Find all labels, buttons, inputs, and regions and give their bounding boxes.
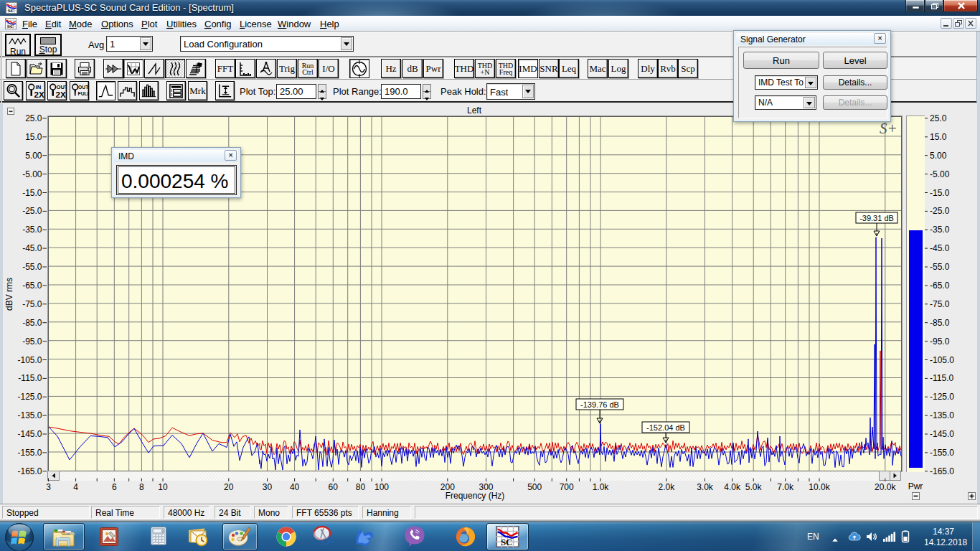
svg-text:-5.00: -5.00 — [22, 169, 42, 179]
svg-text:-95.0: -95.0 — [930, 336, 950, 347]
svg-text:-65.0: -65.0 — [22, 281, 42, 291]
svg-text:10.0k: 10.0k — [809, 482, 830, 492]
svg-text:6: 6 — [112, 482, 117, 492]
svg-text:-25.0: -25.0 — [930, 206, 950, 216]
svg-text:3.0k: 3.0k — [697, 482, 714, 492]
svg-text:3: 3 — [46, 482, 51, 492]
svg-text:Frequency (Hz): Frequency (Hz) — [446, 491, 505, 501]
svg-text:-139.76 dB: -139.76 dB — [580, 400, 619, 409]
svg-text:7.0k: 7.0k — [777, 482, 794, 492]
svg-text:4.0k: 4.0k — [724, 482, 741, 492]
svg-text:-95.0: -95.0 — [22, 336, 42, 347]
svg-text:-135.0: -135.0 — [930, 410, 954, 420]
svg-text:-135.0: -135.0 — [17, 410, 42, 420]
svg-text:2.0k: 2.0k — [658, 482, 675, 492]
svg-text:S+: S+ — [880, 120, 897, 137]
svg-text:25.0: 25.0 — [25, 113, 42, 123]
svg-text:-145.0: -145.0 — [930, 429, 954, 439]
svg-text:-145.0: -145.0 — [17, 429, 42, 439]
svg-text:SC: SC — [8, 8, 14, 14]
svg-text:8: 8 — [139, 482, 144, 492]
svg-text:2X: 2X — [56, 90, 66, 98]
svg-text:-15.0: -15.0 — [22, 188, 42, 198]
svg-text:-45.0: -45.0 — [930, 243, 950, 253]
svg-text:80: 80 — [356, 482, 366, 492]
svg-text:-55.0: -55.0 — [930, 262, 950, 272]
svg-text:OUT: OUT — [78, 84, 88, 89]
svg-text:-115.0: -115.0 — [18, 373, 42, 383]
svg-text:5.00: 5.00 — [930, 151, 947, 161]
svg-text:-105.0: -105.0 — [17, 355, 42, 365]
svg-text:-35.0: -35.0 — [930, 225, 950, 235]
svg-text:SC: SC — [7, 24, 14, 29]
svg-text:-39.31 dB: -39.31 dB — [859, 214, 894, 222]
svg-text:-155.0: -155.0 — [930, 448, 954, 458]
svg-text:0: 0 — [161, 529, 164, 534]
svg-text:10: 10 — [158, 482, 168, 492]
svg-text:-75.0: -75.0 — [930, 299, 950, 309]
svg-text:100: 100 — [374, 482, 389, 492]
svg-text:dBV rms: dBV rms — [4, 278, 14, 311]
svg-text:700: 700 — [560, 482, 574, 492]
svg-text:-75.0: -75.0 — [22, 299, 42, 309]
svg-text:40: 40 — [290, 482, 300, 492]
svg-text:-65.0: -65.0 — [930, 281, 950, 291]
svg-text:5.0k: 5.0k — [745, 482, 763, 492]
svg-text:4: 4 — [73, 482, 78, 492]
svg-text:-15.0: -15.0 — [930, 188, 950, 198]
svg-text:30: 30 — [263, 482, 273, 492]
svg-text:60: 60 — [329, 482, 339, 492]
svg-text:SC: SC — [501, 537, 513, 547]
svg-text:-155.0: -155.0 — [17, 448, 42, 458]
svg-text:-165.0: -165.0 — [17, 466, 42, 476]
svg-text:FULL: FULL — [78, 90, 88, 95]
svg-text:-35.0: -35.0 — [22, 225, 42, 235]
svg-text:Pwr: Pwr — [908, 481, 923, 491]
svg-text:1.0k: 1.0k — [593, 482, 610, 492]
svg-text:-85.0: -85.0 — [930, 318, 950, 328]
svg-text:20: 20 — [224, 482, 234, 492]
svg-text:2X: 2X — [34, 90, 44, 98]
svg-text:-55.0: -55.0 — [22, 262, 42, 272]
svg-text:-45.0: -45.0 — [22, 243, 42, 253]
svg-text:-5.00: -5.00 — [930, 169, 950, 179]
svg-text:-165.0: -165.0 — [930, 466, 954, 476]
svg-text:-152.04 dB: -152.04 dB — [646, 423, 685, 432]
svg-text:25.0: 25.0 — [930, 113, 947, 123]
svg-text:-125.0: -125.0 — [930, 392, 954, 402]
svg-text:15.0: 15.0 — [25, 132, 42, 142]
svg-text:15.0: 15.0 — [930, 132, 947, 142]
svg-text:-105.0: -105.0 — [930, 355, 954, 365]
svg-text:-115.0: -115.0 — [930, 373, 953, 383]
svg-text:-85.0: -85.0 — [22, 318, 42, 328]
svg-text:-25.0: -25.0 — [22, 206, 42, 216]
svg-text:-125.0: -125.0 — [17, 392, 42, 402]
svg-text:Left: Left — [467, 105, 482, 116]
svg-text:5.00: 5.00 — [25, 151, 42, 161]
svg-text:500: 500 — [527, 482, 542, 492]
svg-text:20.0k: 20.0k — [875, 482, 896, 492]
